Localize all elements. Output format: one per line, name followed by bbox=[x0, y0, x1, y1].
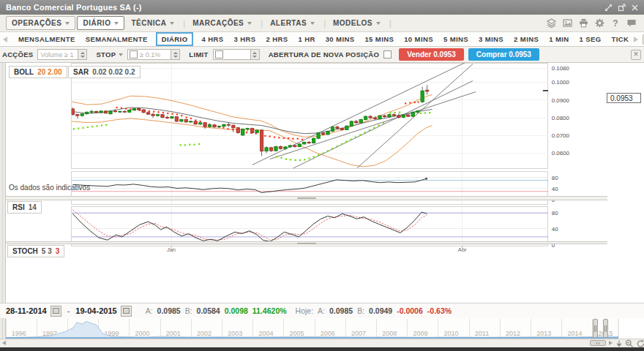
sar-dot-green bbox=[322, 152, 323, 154]
date-from-field[interactable]: 28-11-2014 bbox=[6, 306, 47, 315]
sar-dot-green bbox=[399, 111, 400, 113]
panel-splitter-rsi[interactable] bbox=[6, 196, 607, 200]
chevron-down-icon bbox=[376, 22, 381, 25]
menu-item-operacoes[interactable]: OPERAÇÕES bbox=[6, 16, 75, 30]
timeframe-2-mins[interactable]: 2 MINS bbox=[514, 35, 539, 43]
timeframe-4-hrs[interactable]: 4 HRS bbox=[201, 35, 223, 43]
close-icon[interactable] bbox=[631, 4, 639, 12]
sar-dot-green bbox=[355, 136, 356, 137]
navigator-range-handle-right[interactable] bbox=[603, 319, 608, 338]
timeframe-5-mins[interactable]: 5 MINS bbox=[443, 35, 468, 43]
help-icon[interactable]: ? bbox=[611, 18, 620, 28]
bollinger-legend[interactable]: BOLL 20 2.00 bbox=[9, 66, 67, 78]
stoch-axis-label: 80 bbox=[552, 210, 558, 216]
history-navigator[interactable]: 1996199719981999200020012002200320042005… bbox=[0, 318, 644, 339]
candle bbox=[359, 119, 362, 124]
stop-stepper[interactable] bbox=[171, 50, 179, 59]
high-label: A: bbox=[146, 306, 153, 315]
timeframe-30-mins[interactable]: 30 MINS bbox=[326, 35, 355, 43]
sar-dot-green bbox=[341, 143, 342, 145]
timeframe-10-mins[interactable]: 10 MINS bbox=[404, 35, 433, 43]
timeframe-3-mins[interactable]: 3 MINS bbox=[479, 35, 503, 43]
new-position-checkbox[interactable] bbox=[383, 50, 392, 58]
sar-dot-red bbox=[288, 137, 289, 139]
menu-item-tecnica[interactable]: TÉCNICA bbox=[126, 17, 179, 29]
candle bbox=[128, 110, 131, 113]
navigator-year-label: 2013 bbox=[536, 330, 551, 337]
date-to-field[interactable]: 19-04-2015 bbox=[75, 306, 116, 315]
limit-checkbox[interactable] bbox=[215, 50, 223, 58]
popout-icon[interactable] bbox=[618, 4, 626, 12]
limit-stepper[interactable] bbox=[250, 50, 259, 59]
limit-input[interactable] bbox=[213, 49, 260, 60]
scroll-thumb[interactable] bbox=[590, 340, 606, 346]
sar-dot-red bbox=[283, 137, 285, 139]
volume-input[interactable]: Volume ≥ 1 bbox=[37, 49, 87, 60]
printer-icon[interactable] bbox=[579, 18, 588, 28]
main-panel bbox=[72, 63, 548, 168]
timeframe-2-hrs[interactable]: 2 HRS bbox=[266, 35, 288, 43]
sar-dot-red bbox=[269, 135, 271, 137]
buy-button[interactable]: Comprar 0.0953 bbox=[468, 48, 539, 61]
timeframe-3-hrs[interactable]: 3 HRS bbox=[233, 35, 255, 43]
stop-dropdown[interactable]: STOP bbox=[96, 50, 123, 58]
price-axis-label: 0.0800 bbox=[552, 115, 570, 121]
maximize-icon[interactable] bbox=[604, 4, 613, 12]
navigator-year-label: 2000 bbox=[135, 330, 150, 337]
order-bar-close-icon[interactable]: ✕ bbox=[631, 50, 641, 60]
rsi-label-text: RSI bbox=[12, 203, 25, 211]
sar-dot-red bbox=[185, 116, 187, 118]
sar-dot-green bbox=[96, 125, 97, 127]
navigator-year-label: 1996 bbox=[12, 330, 26, 337]
timeframe-tick[interactable]: TICK bbox=[612, 35, 629, 43]
stop-checkbox[interactable] bbox=[130, 50, 138, 58]
rsi-legend[interactable]: RSI 14 bbox=[7, 201, 42, 214]
menu-item-diario[interactable]: DIÁRIO bbox=[77, 16, 124, 30]
settings-icon[interactable] bbox=[595, 18, 604, 28]
sar-legend[interactable]: SAR 0.02 0.02 0.2 bbox=[68, 66, 141, 78]
comment-icon[interactable] bbox=[626, 19, 637, 28]
timeframe-15-mins[interactable]: 15 MINS bbox=[364, 35, 394, 43]
low-value: 0.0584 bbox=[197, 306, 220, 315]
navigator-year-label: 2014 bbox=[567, 330, 582, 337]
menu-item-marcacoes[interactable]: MARCAÇÕES bbox=[187, 17, 257, 29]
scroll-left-icon[interactable] bbox=[2, 341, 6, 345]
calendar-to-icon[interactable] bbox=[121, 306, 132, 317]
timeframe-scroll-right-icon[interactable] bbox=[634, 37, 638, 42]
sar-dot-red bbox=[200, 121, 201, 122]
sell-button[interactable]: Vender 0.0953 bbox=[399, 48, 464, 61]
sar-dot-green bbox=[336, 146, 337, 147]
panel-splitter-stoch[interactable] bbox=[6, 241, 607, 244]
navigator-year-label: 2006 bbox=[321, 330, 335, 337]
svg-text:?: ? bbox=[613, 18, 618, 28]
layers-icon[interactable] bbox=[547, 18, 556, 28]
candle bbox=[194, 121, 197, 125]
image-icon[interactable] bbox=[563, 18, 572, 28]
navigator-range-handle-left[interactable] bbox=[593, 319, 598, 338]
candle bbox=[317, 132, 320, 139]
volume-stepper[interactable] bbox=[78, 50, 86, 59]
timeframe-mensalmente[interactable]: MENSALMENTE bbox=[18, 35, 75, 43]
menu-item-modelos[interactable]: MODELOS bbox=[328, 17, 386, 29]
candle bbox=[236, 127, 239, 134]
sar-dot-red bbox=[417, 101, 419, 102]
rsi-end-marker bbox=[425, 178, 427, 179]
timeframe-diario[interactable]: DIÁRIO bbox=[156, 32, 194, 46]
timeframe-1-seg[interactable]: 1 SEG bbox=[580, 35, 602, 43]
stop-input[interactable]: ≥ 0.1% bbox=[127, 49, 180, 60]
timeframe-1-hr[interactable]: 1 HR bbox=[298, 35, 315, 43]
scroll-right-icon[interactable] bbox=[609, 341, 613, 345]
calendar-from-icon[interactable] bbox=[50, 306, 61, 317]
autoshift-icon[interactable] bbox=[615, 340, 623, 348]
menu-item-alertas[interactable]: ALERTAS bbox=[265, 17, 320, 29]
sar-dot-green bbox=[294, 159, 296, 161]
timeframe-scroll-left-icon[interactable] bbox=[3, 37, 7, 42]
stoch-legend[interactable]: STOCH 5 3 3 bbox=[7, 245, 64, 257]
price-axis-label: 0.0600 bbox=[552, 150, 570, 156]
timeframe-1-min[interactable]: 1 MIN bbox=[549, 35, 569, 43]
sar-dot-green bbox=[351, 139, 352, 140]
sar-dot-green bbox=[345, 141, 347, 143]
timeframe-semanalmente[interactable]: SEMANALMENTE bbox=[86, 35, 148, 43]
price-axis-label: 0.1000 bbox=[552, 79, 570, 86]
rsi-axis-label: 40 bbox=[552, 186, 558, 192]
